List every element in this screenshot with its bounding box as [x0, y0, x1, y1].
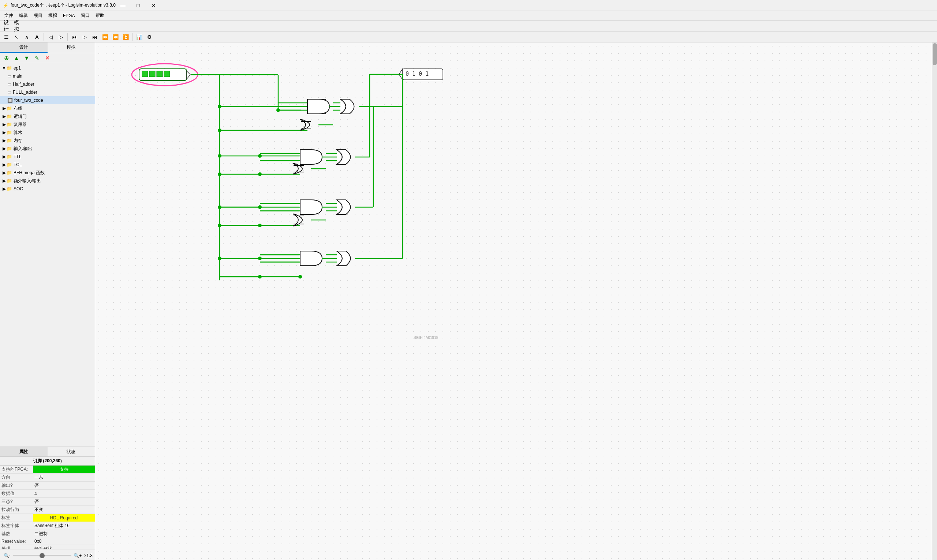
tree-area[interactable]: ▼ 📁 ep1 ▭ main ▭ Half_adder ▭ FULL_adder…: [0, 63, 95, 446]
prop-row-fpga: 支持的FPGA: 支持: [0, 466, 95, 474]
circuit-svg: 0 1 0 1: [95, 43, 937, 560]
menu-item-项目[interactable]: 项目: [31, 11, 45, 20]
tree-item-four-two-code[interactable]: 🔲 four_two_code: [0, 96, 95, 104]
svg-text:0 1 0 1: 0 1 0 1: [406, 71, 429, 77]
folder-icon-mux: 📁: [6, 122, 12, 127]
sim-btn6[interactable]: ⏫: [121, 32, 130, 42]
step-back[interactable]: ◁: [46, 32, 55, 42]
panel-toolbar: ⊕ ▲ ▼ ✎ ✕: [0, 53, 95, 63]
prop-val-tristate: 否: [33, 498, 95, 506]
prop-val-label: HDL Required: [33, 514, 95, 522]
svg-point-17: [218, 105, 222, 108]
svg-rect-7: [164, 71, 170, 77]
prop-key-label: 标签: [0, 514, 33, 522]
zoom-bar: 🔍- 🔍+ ×1.3: [0, 549, 95, 560]
canvas-area[interactable]: 0 1 0 1: [95, 43, 937, 560]
vscroll-thumb[interactable]: [932, 43, 937, 65]
props-tabs: 属性 状态: [0, 447, 95, 457]
tree-item-arith[interactable]: ▶ 📁 算术: [0, 128, 95, 137]
tree-item-mem[interactable]: ▶ 📁 内存: [0, 137, 95, 145]
menu-item-FPGA[interactable]: FPGA: [60, 11, 78, 20]
sim-btn1[interactable]: ⏮: [69, 32, 79, 42]
text-tool[interactable]: A: [32, 32, 42, 42]
settings-btn[interactable]: ⚙: [145, 32, 154, 42]
soc-arrow: ▶: [2, 186, 6, 191]
tree-label-bfh: BFH mega 函数: [14, 170, 45, 176]
close-button[interactable]: ✕: [146, 2, 161, 9]
prop-key-bits: 数据位: [0, 490, 33, 498]
arith-arrow: ▶: [2, 130, 6, 135]
tree-item-extra-io[interactable]: ▶ 📁 额外输入/输出: [0, 177, 95, 185]
titlebar-title: four_two_code个，共ep1个 - Logisim-evolution…: [11, 2, 115, 8]
tree-item-half-adder[interactable]: ▭ Half_adder: [0, 80, 95, 88]
main-layout: 设计 模拟 ⊕ ▲ ▼ ✎ ✕ ▼ 📁 ep1 ▭ main ▭: [0, 43, 937, 560]
prop-row-radix: 基数 二进制: [0, 530, 95, 538]
tree-item-wiring[interactable]: ▶ 📁 布线: [0, 104, 95, 112]
sim-btn2[interactable]: ▷: [80, 32, 89, 42]
tree-label-tcl: TCL: [14, 162, 22, 167]
zoom-in-btn[interactable]: 🔍+: [73, 551, 82, 560]
zoom-out-btn[interactable]: 🔍-: [2, 551, 12, 560]
menu-item-窗口[interactable]: 窗口: [78, 11, 92, 20]
folder-icon-io: 📁: [6, 146, 12, 151]
vertical-scrollbar[interactable]: [932, 43, 937, 560]
delete-btn[interactable]: ✕: [43, 54, 52, 63]
tree-item-main[interactable]: ▭ main: [0, 72, 95, 80]
tree-label-extra-io: 额外输入/输出: [14, 178, 41, 184]
simulate-tab-btn[interactable]: 模拟: [12, 22, 21, 31]
tree-label-full: FULL_adder: [13, 90, 37, 95]
sim-btn4[interactable]: ⏩: [100, 32, 110, 42]
tab-simulate[interactable]: 模拟: [48, 43, 95, 53]
wire-tool[interactable]: ∧: [22, 32, 31, 42]
bfh-arrow: ▶: [2, 170, 6, 175]
folder-icon-soc: 📁: [6, 186, 12, 191]
mux-arrow: ▶: [2, 122, 6, 127]
sim-btn3[interactable]: ⏭: [90, 32, 100, 42]
zoom-slider-track[interactable]: [13, 555, 71, 556]
prop-val-output: 否: [33, 482, 95, 490]
minimize-button[interactable]: —: [115, 2, 130, 9]
tree-item-full-adder[interactable]: ▭ FULL_adder: [0, 88, 95, 96]
prop-key-tristate: 三态?: [0, 498, 33, 506]
prop-row-tristate: 三态? 否: [0, 498, 95, 506]
tree-item-ttl[interactable]: ▶ 📁 TTL: [0, 152, 95, 161]
tree-root[interactable]: ▼ 📁 ep1: [0, 64, 95, 72]
prop-val-radix: 二进制: [33, 530, 95, 538]
step-fwd[interactable]: ▷: [56, 32, 66, 42]
zoom-slider-thumb[interactable]: [40, 553, 45, 558]
tree-item-logic[interactable]: ▶ 📁 逻辑门: [0, 112, 95, 120]
prop-key-dir: 方向: [0, 474, 33, 482]
log-btn[interactable]: 📊: [134, 32, 144, 42]
wiring-arrow: ▶: [2, 106, 6, 111]
tree-item-io[interactable]: ▶ 📁 输入/输出: [0, 145, 95, 152]
menu-item-帮助[interactable]: 帮助: [92, 11, 107, 20]
menu-item-编辑[interactable]: 编辑: [16, 11, 31, 20]
pointer-tool[interactable]: ☰: [2, 32, 11, 42]
folder-icon-extra-io: 📁: [6, 178, 12, 183]
prop-key-output: 输出?: [0, 482, 33, 490]
app-icon: ⚡: [3, 3, 8, 8]
design-tab-btn[interactable]: 设计: [2, 22, 11, 31]
maximize-button[interactable]: □: [131, 2, 146, 9]
edit-btn[interactable]: ✎: [32, 54, 42, 63]
move-down-btn[interactable]: ▼: [22, 54, 31, 63]
add-circuit-btn[interactable]: ⊕: [2, 54, 11, 63]
prop-key-fpga: 支持的FPGA:: [0, 466, 33, 474]
tab-design[interactable]: 设计: [0, 43, 48, 53]
tree-item-soc[interactable]: ▶ 📁 SOC: [0, 185, 95, 193]
sep1: [43, 33, 44, 41]
tree-item-mux[interactable]: ▶ 📁 复用器: [0, 120, 95, 128]
move-up-btn[interactable]: ▲: [12, 54, 21, 63]
menu-item-模拟[interactable]: 模拟: [45, 11, 60, 20]
tree-item-tcl[interactable]: ▶ 📁 TCL: [0, 161, 95, 169]
svg-point-37: [218, 172, 222, 176]
tab-state[interactable]: 状态: [48, 447, 95, 457]
prop-row-appear: 外观 箭头形状: [0, 545, 95, 549]
menu-item-文件[interactable]: 文件: [2, 11, 16, 20]
circuit-icon-full: ▭: [7, 90, 11, 95]
select-tool[interactable]: ↖: [12, 32, 21, 42]
tab-attrs[interactable]: 属性: [0, 447, 48, 457]
sim-btn5[interactable]: ⏪: [111, 32, 120, 42]
tcl-arrow: ▶: [2, 162, 6, 167]
tree-item-bfh[interactable]: ▶ 📁 BFH mega 函数: [0, 169, 95, 177]
